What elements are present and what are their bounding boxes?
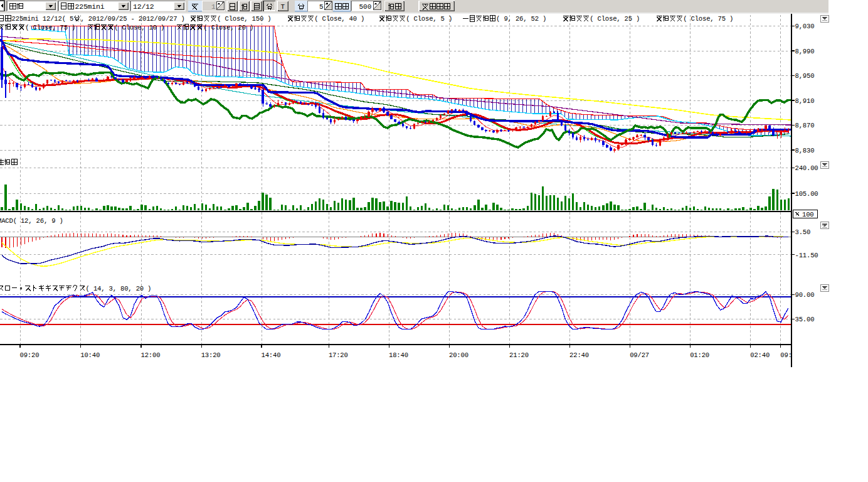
svg-text:8,950: 8,950: [795, 72, 815, 80]
svg-text:18:40: 18:40: [389, 351, 408, 359]
svg-text:35.00: 35.00: [795, 316, 815, 323]
svg-text:02:40: 02:40: [750, 351, 770, 359]
svg-text:( Close, 150 ): ( Close, 150 ): [217, 15, 271, 23]
svg-text:( Close, 75 ): ( Close, 75 ): [683, 15, 733, 23]
svg-text:225mini 12/12( 5: 225mini 12/12( 5: [12, 15, 74, 23]
svg-text:17:20: 17:20: [329, 351, 348, 359]
svg-text:T: T: [281, 3, 285, 11]
svg-text:90.00: 90.00: [795, 291, 815, 299]
svg-text:01:20: 01:20: [690, 351, 709, 359]
svg-text:8,990: 8,990: [795, 48, 815, 55]
svg-text:225mini: 225mini: [75, 3, 105, 11]
svg-text:8,870: 8,870: [795, 122, 815, 129]
svg-text:09:: 09:: [780, 351, 791, 359]
svg-text:12/12: 12/12: [133, 3, 154, 11]
svg-text:5: 5: [319, 3, 324, 11]
svg-text:240.00: 240.00: [795, 164, 818, 172]
svg-text:-11.50: -11.50: [795, 252, 818, 259]
svg-text:22:40: 22:40: [569, 351, 589, 359]
svg-text:( Close, 40 ): ( Close, 40 ): [314, 15, 364, 23]
svg-text:MACD( 12, 26, 9 ): MACD( 12, 26, 9 ): [0, 217, 63, 225]
svg-text:105.00: 105.00: [795, 190, 818, 198]
svg-text:13:20: 13:20: [201, 351, 221, 359]
svg-text:14:40: 14:40: [262, 351, 281, 359]
svg-text:10:40: 10:40: [80, 351, 100, 359]
svg-text:500: 500: [359, 3, 372, 11]
svg-text:21:20: 21:20: [509, 351, 529, 359]
svg-text:( Close, 10 ): ( Close, 10 ): [114, 24, 164, 31]
svg-text:20:00: 20:00: [449, 351, 468, 359]
svg-text:8,910: 8,910: [795, 97, 815, 105]
svg-text:1: 1: [211, 3, 216, 11]
svg-text:09:20: 09:20: [20, 351, 40, 359]
svg-text:( 14, 3, 80, 20 ): ( 14, 3, 80, 20 ): [86, 285, 152, 292]
svg-text:9,030: 9,030: [795, 23, 815, 30]
svg-text:( Close, 20 ): ( Close, 20 ): [203, 24, 253, 31]
svg-text:( Close, 75 ): ( Close, 75 ): [25, 24, 75, 31]
svg-text:( Close, 25 ): ( Close, 25 ): [590, 15, 640, 23]
svg-text:( Close, 5 ): ( Close, 5 ): [406, 15, 452, 23]
svg-text:8,830: 8,830: [795, 147, 815, 154]
svg-text:( 9, 26, 52 ): ( 9, 26, 52 ): [496, 15, 546, 23]
svg-text:3.50: 3.50: [795, 228, 811, 236]
svg-text:12:00: 12:00: [141, 351, 161, 359]
svg-text:, 2012/09/25 - 2012/09/27 ): , 2012/09/25 - 2012/09/27 ): [81, 15, 185, 23]
svg-text:09/27: 09/27: [630, 351, 649, 359]
svg-text:100: 100: [802, 211, 813, 218]
